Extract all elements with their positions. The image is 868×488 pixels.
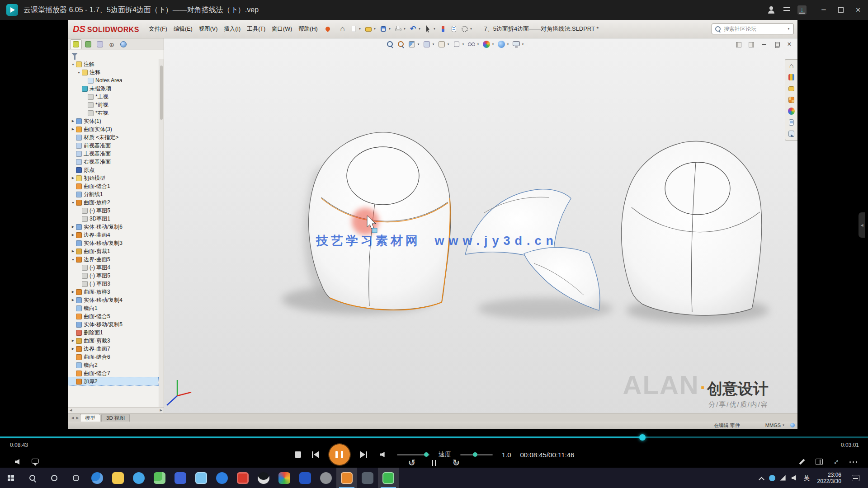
qq-browser-taskbar-icon[interactable] (212, 468, 232, 488)
dropdown-caret-icon[interactable] (506, 43, 510, 46)
displaymanager-tab-button[interactable] (118, 40, 129, 49)
camera-taskbar-icon[interactable] (357, 468, 378, 488)
tree-item[interactable]: 初始模型 (68, 174, 158, 182)
dropdown-caret-icon[interactable] (358, 28, 362, 30)
zoom-area-button[interactable] (396, 40, 406, 49)
tree-item[interactable]: 3D草图1 (68, 215, 158, 223)
expander-icon[interactable] (71, 176, 75, 180)
close-button[interactable] (853, 5, 863, 15)
tree-item[interactable]: *上视 (68, 93, 158, 101)
menu-item[interactable]: 工具(T) (244, 25, 269, 33)
filter-funnel-icon[interactable] (71, 53, 78, 56)
file-explorer-button[interactable] (786, 84, 797, 93)
tab-nav-left-icon[interactable]: ◀ (70, 416, 75, 422)
featuremanager-tab-button[interactable] (70, 39, 82, 49)
tree-item[interactable]: (-) 草图5 (68, 272, 158, 280)
browser-taskbar-icon[interactable] (128, 468, 149, 488)
forward-button[interactable]: 30 (451, 457, 462, 468)
tree-item[interactable]: 边界-曲面4 (68, 231, 158, 239)
progress-bar[interactable] (0, 436, 868, 438)
dropdown-caret-icon[interactable] (416, 43, 420, 46)
menu-item[interactable]: 帮助(H) (295, 25, 321, 33)
app-blue2-taskbar-icon[interactable] (295, 468, 316, 488)
dropdown-caret-icon[interactable] (469, 28, 473, 30)
tree-item[interactable]: 镜向2 (68, 361, 158, 369)
pdf-reader-taskbar-icon[interactable] (232, 468, 253, 488)
tree-item[interactable]: 曲面-缝合6 (68, 353, 158, 361)
tree-item[interactable]: 实体-移动/复制4 (68, 296, 158, 304)
dimxpertmanager-tab-button[interactable] (106, 40, 117, 49)
app-colorful-taskbar-icon[interactable] (274, 468, 295, 488)
dropdown-caret-icon[interactable] (446, 43, 450, 46)
stop-button[interactable] (294, 451, 302, 458)
dropdown-caret-icon[interactable] (388, 28, 392, 30)
tree-item[interactable]: *前视 (68, 101, 158, 109)
doc-close-button[interactable] (784, 40, 795, 49)
measure-button[interactable] (438, 24, 448, 33)
tree-item[interactable]: 右视基准面 (68, 158, 158, 166)
hide-show-items-button[interactable] (466, 40, 481, 49)
expander-icon[interactable] (71, 249, 75, 253)
tree-item[interactable]: 曲面实体(3) (68, 125, 158, 133)
tree-item[interactable]: 注释 (68, 68, 158, 76)
new-document-button[interactable] (348, 24, 363, 33)
speed-knob[interactable] (473, 452, 477, 457)
expander-icon[interactable] (76, 71, 81, 74)
bom-table-button[interactable] (448, 24, 459, 33)
language-indicator[interactable]: 英 (800, 474, 814, 482)
pane-right-button[interactable] (746, 40, 757, 49)
open-button[interactable] (363, 24, 378, 33)
configurationmanager-tab-button[interactable] (94, 40, 105, 49)
tree-item[interactable]: Notes Area (68, 76, 158, 84)
edge-taskbar-icon[interactable] (87, 468, 108, 488)
tree-item[interactable]: *右视 (68, 109, 158, 117)
apply-scene-button[interactable] (496, 40, 511, 49)
document-tab[interactable]: 模型 (80, 414, 100, 422)
expander-icon[interactable] (71, 63, 75, 66)
expander-icon[interactable] (71, 233, 75, 237)
tree-item[interactable]: 材质 <未指定> (68, 133, 158, 141)
select-button[interactable] (423, 24, 438, 33)
chevron-up-button[interactable] (756, 474, 767, 483)
expander-icon[interactable] (71, 347, 75, 351)
user-button[interactable] (766, 5, 777, 15)
tree-item[interactable]: (-) 草图4 (68, 263, 158, 272)
tree-item[interactable]: (-) 草图3 (68, 280, 158, 288)
forum-button[interactable] (786, 129, 797, 138)
tree-item[interactable]: 曲面-剪裁3 (68, 337, 158, 345)
tree-item[interactable]: 曲面-缝合1 (68, 182, 158, 190)
edit-appearance-button[interactable] (481, 40, 496, 49)
tree-vertical-scrollbar[interactable] (159, 59, 164, 407)
dropdown-caret-icon[interactable] (476, 43, 480, 46)
menu-item[interactable]: 插入(I) (221, 25, 244, 33)
dropdown-caret-icon[interactable] (433, 28, 437, 30)
zoom-fit-button[interactable] (385, 40, 396, 49)
tree-item[interactable]: 镜向1 (68, 304, 158, 312)
custom-properties-button[interactable] (786, 118, 797, 127)
cortana-button[interactable] (43, 468, 65, 488)
tree-item[interactable]: 实体-移动/复制6 (68, 223, 158, 231)
search-caret-icon[interactable] (787, 28, 791, 30)
design-library-button[interactable] (786, 73, 797, 82)
status-units[interactable]: MMGS (765, 422, 785, 428)
tree-item[interactable]: 上视基准面 (68, 150, 158, 158)
playlist-button[interactable] (781, 5, 792, 15)
file-explorer-taskbar-icon[interactable] (108, 468, 128, 488)
dropdown-caret-icon[interactable] (373, 28, 377, 30)
edit-pencil-button[interactable] (797, 457, 807, 466)
tray-qq-button[interactable] (767, 474, 778, 483)
tree-item[interactable]: 曲面-放样3 (68, 288, 158, 296)
tree-horizontal-scrollbar[interactable] (68, 407, 164, 413)
tree-item[interactable]: 边界-曲面5 (68, 255, 158, 263)
menu-item[interactable]: 编辑(E) (170, 25, 196, 33)
tray-network-button[interactable] (778, 474, 788, 483)
pin-icon[interactable] (325, 26, 331, 32)
model-viewport-graphics[interactable] (68, 38, 797, 413)
panel-button[interactable] (814, 457, 825, 466)
dropdown-caret-icon[interactable] (491, 43, 495, 46)
undo-button[interactable] (408, 24, 423, 33)
save-button[interactable] (378, 24, 393, 33)
menu-item[interactable]: 视图(V) (196, 25, 221, 33)
expander-icon[interactable] (71, 201, 75, 204)
expander-icon[interactable] (71, 119, 75, 123)
